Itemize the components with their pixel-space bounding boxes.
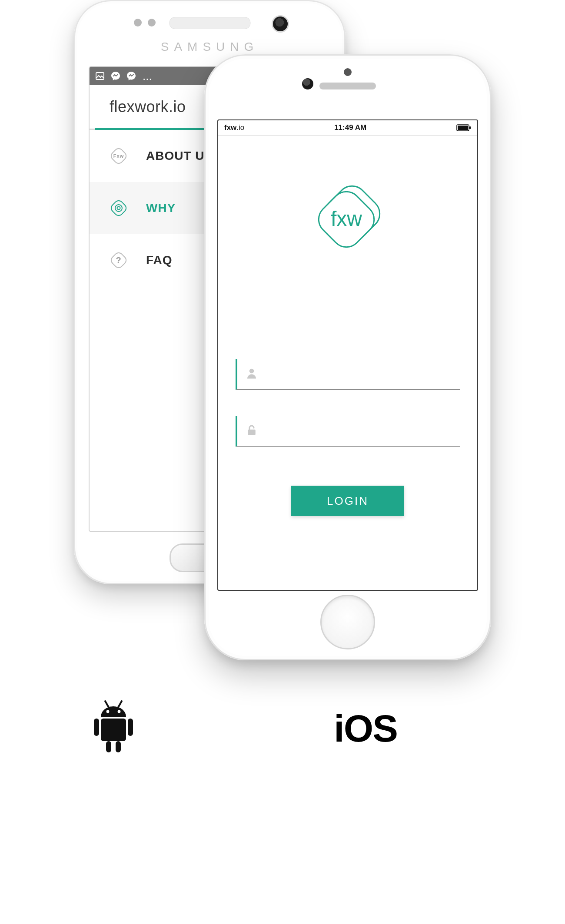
svg-rect-14 xyxy=(248,430,256,435)
iphone-proximity-sensor xyxy=(344,68,352,76)
user-icon xyxy=(245,367,258,381)
android-app-title: flexwork.io xyxy=(110,98,186,116)
svg-point-18 xyxy=(118,710,121,713)
svg-rect-3 xyxy=(110,199,128,217)
android-robot-icon xyxy=(90,699,137,758)
login-form xyxy=(236,359,460,447)
svg-rect-22 xyxy=(106,741,111,752)
username-field-wrapper[interactable] xyxy=(236,359,460,390)
svg-text:Fxw: Fxw xyxy=(113,153,124,159)
messenger-icon xyxy=(126,71,136,81)
unlock-icon xyxy=(245,424,258,438)
svg-rect-10 xyxy=(469,126,471,129)
fxw-app-logo: fxw xyxy=(304,175,391,263)
ios-os-label: iOS xyxy=(334,706,397,751)
svg-rect-21 xyxy=(128,719,133,736)
image-icon xyxy=(95,71,105,81)
target-icon xyxy=(107,196,130,220)
menu-item-label: FAQ xyxy=(146,253,173,267)
android-front-camera xyxy=(272,15,289,33)
svg-rect-23 xyxy=(116,741,121,752)
question-icon: ? xyxy=(107,248,130,272)
svg-rect-19 xyxy=(101,719,126,741)
svg-point-17 xyxy=(106,710,110,713)
svg-line-16 xyxy=(118,701,122,707)
iphone-carrier-text: fxw.io xyxy=(224,123,244,132)
menu-item-label: WHY xyxy=(146,201,176,215)
iphone-home-button[interactable] xyxy=(320,595,375,649)
menu-item-label: ABOUT US xyxy=(146,149,213,163)
android-top-sensors xyxy=(74,15,346,37)
battery-icon xyxy=(456,124,471,131)
iphone-earpiece xyxy=(319,83,376,89)
fxw-logo-icon: Fxw xyxy=(107,144,130,168)
svg-point-13 xyxy=(249,369,254,374)
svg-text:?: ? xyxy=(116,255,121,265)
svg-point-5 xyxy=(117,207,120,210)
svg-rect-9 xyxy=(458,126,468,130)
iphone-front-camera xyxy=(302,78,313,89)
password-field-wrapper[interactable] xyxy=(236,416,460,447)
messenger-icon xyxy=(110,71,121,81)
username-input[interactable] xyxy=(258,358,460,390)
phone-mockup-stage: SAMSUNG ... flexwork.io xyxy=(74,0,491,682)
iphone-app-body: fxw xyxy=(218,136,477,590)
android-earpiece xyxy=(169,17,250,29)
iphone-screen: fxw.io 11:49 AM fxw xyxy=(217,119,478,591)
os-labels-row: iOS xyxy=(74,682,491,758)
android-sensor-dots xyxy=(134,19,156,26)
fxw-logo-text: fxw xyxy=(331,207,362,230)
svg-rect-0 xyxy=(96,73,104,79)
android-brand-text: SAMSUNG xyxy=(74,40,346,54)
iphone-frame: fxw.io 11:49 AM fxw xyxy=(204,54,491,660)
iphone-status-time: 11:49 AM xyxy=(334,123,366,132)
svg-line-15 xyxy=(105,701,109,707)
svg-point-4 xyxy=(115,205,122,212)
svg-rect-20 xyxy=(94,719,99,736)
iphone-status-bar: fxw.io 11:49 AM xyxy=(218,120,477,136)
password-input[interactable] xyxy=(258,415,460,447)
login-button[interactable]: LOGIN xyxy=(291,486,404,516)
android-os-label xyxy=(90,699,137,758)
